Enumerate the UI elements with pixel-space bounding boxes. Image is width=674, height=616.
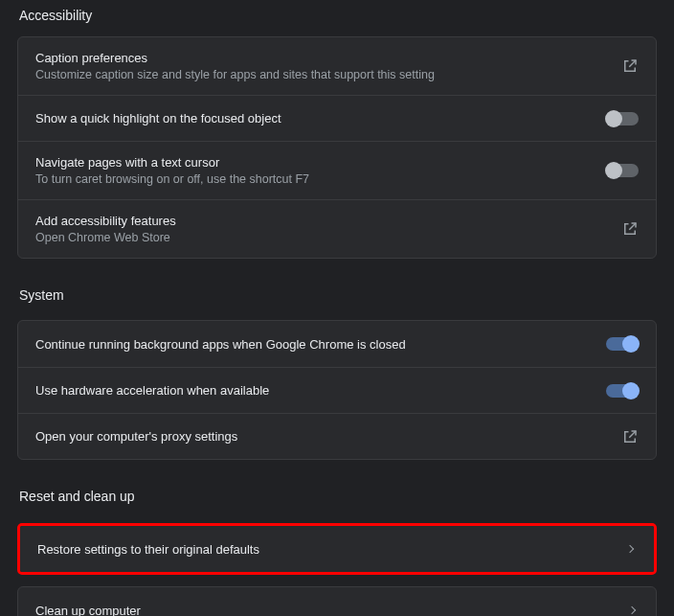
chevron-right-icon — [629, 607, 639, 613]
section-heading-accessibility: Accessibility — [17, 0, 657, 36]
text-cursor-toggle[interactable] — [606, 164, 639, 177]
clean-up-card: Clean up computer — [17, 586, 657, 616]
restore-defaults-row[interactable]: Restore settings to their original defau… — [20, 526, 654, 572]
hardware-acceleration-title: Use hardware acceleration when available — [35, 383, 269, 398]
hardware-acceleration-row[interactable]: Use hardware acceleration when available — [18, 367, 656, 413]
clean-up-row[interactable]: Clean up computer — [18, 587, 656, 616]
external-link-icon[interactable] — [621, 220, 639, 238]
restore-defaults-highlight: Restore settings to their original defau… — [17, 523, 657, 575]
add-accessibility-sub: Open Chrome Web Store — [35, 231, 176, 244]
external-link-icon[interactable] — [621, 428, 639, 445]
quick-highlight-toggle[interactable] — [606, 112, 639, 125]
clean-up-title: Clean up computer — [35, 604, 141, 617]
text-cursor-sub: To turn caret browsing on or off, use th… — [35, 172, 309, 186]
text-cursor-row[interactable]: Navigate pages with a text cursor To tur… — [18, 141, 656, 199]
system-card: Continue running background apps when Go… — [17, 320, 657, 460]
caption-preferences-sub: Customize caption size and style for app… — [35, 68, 435, 81]
add-accessibility-features-row[interactable]: Add accessibility features Open Chrome W… — [18, 199, 656, 258]
caption-preferences-title: Caption preferences — [35, 51, 435, 65]
restore-defaults-title: Restore settings to their original defau… — [37, 542, 259, 557]
accessibility-card: Caption preferences Customize caption si… — [17, 36, 657, 259]
background-apps-row[interactable]: Continue running background apps when Go… — [18, 321, 656, 367]
background-apps-toggle[interactable] — [606, 337, 639, 351]
chevron-right-icon — [627, 546, 637, 552]
hardware-acceleration-toggle[interactable] — [606, 384, 639, 398]
section-heading-reset: Reset and clean up — [17, 460, 657, 521]
proxy-settings-title: Open your computer's proxy settings — [35, 429, 237, 444]
add-accessibility-title: Add accessibility features — [35, 214, 176, 228]
section-heading-system: System — [17, 259, 657, 320]
quick-highlight-row[interactable]: Show a quick highlight on the focused ob… — [18, 95, 656, 141]
text-cursor-title: Navigate pages with a text cursor — [35, 155, 309, 170]
caption-preferences-row[interactable]: Caption preferences Customize caption si… — [18, 37, 656, 95]
background-apps-title: Continue running background apps when Go… — [35, 337, 406, 352]
quick-highlight-title: Show a quick highlight on the focused ob… — [35, 111, 281, 125]
proxy-settings-row[interactable]: Open your computer's proxy settings — [18, 413, 656, 459]
external-link-icon[interactable] — [621, 57, 639, 75]
